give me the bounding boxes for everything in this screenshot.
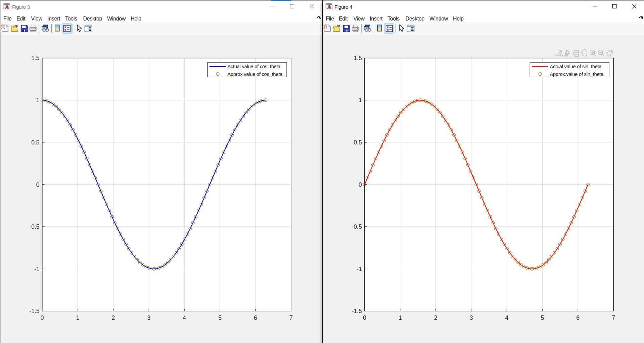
svg-text:Edit: Edit <box>16 16 26 22</box>
svg-text:-1: -1 <box>357 266 362 272</box>
svg-text:3: 3 <box>147 314 150 321</box>
svg-text:Actual value of cos_theta: Actual value of cos_theta <box>227 64 281 69</box>
svg-text:4: 4 <box>183 314 186 321</box>
svg-text:1.5: 1.5 <box>354 55 362 61</box>
svg-text:2: 2 <box>112 314 115 321</box>
svg-text:Approx.value of cos_theta: Approx.value of cos_theta <box>227 72 283 77</box>
svg-text:6: 6 <box>254 314 257 321</box>
svg-text:0: 0 <box>36 181 40 188</box>
svg-text:2: 2 <box>434 314 438 321</box>
svg-text:-0.5: -0.5 <box>352 223 362 230</box>
svg-text:-1.5: -1.5 <box>352 308 362 314</box>
svg-text:Insert: Insert <box>370 16 383 22</box>
svg-text:5: 5 <box>541 314 544 321</box>
svg-text:Edit: Edit <box>339 16 348 22</box>
svg-text:1: 1 <box>399 314 402 321</box>
svg-text:Desktop: Desktop <box>83 16 102 22</box>
svg-text:-1.5: -1.5 <box>29 308 39 314</box>
svg-text:File: File <box>326 16 334 22</box>
svg-text:0: 0 <box>359 181 362 188</box>
svg-text:0: 0 <box>363 314 366 321</box>
svg-text:3: 3 <box>470 314 473 321</box>
svg-text:Insert: Insert <box>47 16 60 22</box>
svg-text:View: View <box>31 16 43 22</box>
svg-text:7: 7 <box>289 314 293 321</box>
svg-text:4: 4 <box>505 314 509 321</box>
svg-text:0: 0 <box>41 314 44 321</box>
svg-text:Window: Window <box>107 16 126 22</box>
svg-text:Actual value of sin_theta: Actual value of sin_theta <box>550 64 602 69</box>
svg-text:Help: Help <box>131 16 141 22</box>
svg-text:Help: Help <box>453 16 464 22</box>
svg-text:1.5: 1.5 <box>31 55 39 61</box>
svg-text:5: 5 <box>218 314 222 321</box>
svg-text:0.5: 0.5 <box>354 139 362 146</box>
svg-text:Tools: Tools <box>65 16 77 22</box>
svg-text:-0.5: -0.5 <box>29 223 39 230</box>
svg-text:7: 7 <box>612 314 615 321</box>
svg-text:Figure 3: Figure 3 <box>12 4 30 10</box>
svg-text:1: 1 <box>359 97 362 103</box>
svg-text:View: View <box>354 16 365 22</box>
svg-text:-1: -1 <box>34 266 40 272</box>
svg-text:Window: Window <box>429 16 448 22</box>
svg-text:0.5: 0.5 <box>31 139 39 146</box>
svg-text:1: 1 <box>76 314 80 321</box>
svg-text:Tools: Tools <box>387 16 400 22</box>
svg-text:6: 6 <box>576 314 580 321</box>
svg-text:Figure 4: Figure 4 <box>334 4 353 10</box>
svg-text:Approx.value of sin_theta: Approx.value of sin_theta <box>550 72 604 77</box>
svg-text:1: 1 <box>36 97 40 103</box>
svg-text:Desktop: Desktop <box>406 16 425 22</box>
svg-text:File: File <box>3 16 12 22</box>
